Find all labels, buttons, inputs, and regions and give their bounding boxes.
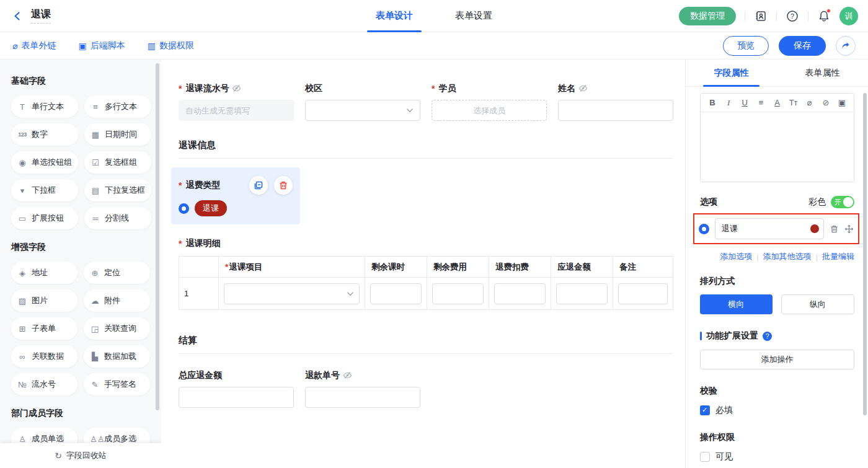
sidebar-item-extend-button[interactable]: ▭扩展按钮 — [11, 207, 78, 229]
refund-amount-input[interactable] — [556, 283, 608, 304]
font-color-icon[interactable]: A — [772, 98, 783, 107]
sidebar-item-subform[interactable]: ⊞子表单 — [11, 317, 78, 340]
sidebar-item-serial-number[interactable]: №流水号 — [11, 373, 78, 395]
withdraw-detail-table[interactable]: *退课项目 剩余课时 剩余费用 退费扣费 应退金额 备注 1 — [179, 256, 673, 310]
panel-scrollbar[interactable] — [863, 93, 867, 415]
sidebar-item-multi-select[interactable]: ▤下拉复选框 — [84, 179, 151, 201]
field-student[interactable]: *学员 — [432, 83, 547, 121]
notification-bell-icon[interactable] — [817, 9, 831, 23]
section-title-basic-fields: 基础字段 — [11, 76, 150, 87]
external-link-icon: ⌀ — [12, 41, 17, 51]
tab-form-design[interactable]: 表单设计 — [372, 0, 417, 32]
color-label: 彩色 — [808, 196, 826, 208]
external-link-button[interactable]: ⌀ 表单外链 — [12, 40, 56, 51]
refund-type-option-pill[interactable]: 退课 — [195, 200, 227, 216]
tab-form-properties[interactable]: 表单属性 — [777, 60, 868, 86]
batch-edit-link[interactable]: 批量编辑 — [822, 251, 854, 262]
link-icon[interactable]: ⌀ — [804, 98, 815, 107]
help-circle-icon[interactable]: ? — [763, 332, 772, 341]
campus-select[interactable] — [305, 100, 420, 121]
copy-field-button[interactable] — [249, 176, 268, 195]
link-separator: | — [756, 252, 758, 262]
option-radio[interactable] — [699, 224, 709, 234]
sidebar-item-number[interactable]: 123数字 — [11, 123, 78, 146]
drag-option-icon[interactable] — [844, 224, 854, 234]
hidden-eye-icon — [232, 84, 241, 93]
add-action-button[interactable]: 添加操作 — [700, 350, 854, 369]
tab-field-properties[interactable]: 字段属性 — [686, 60, 777, 86]
sidebar-item-address[interactable]: ◈地址 — [11, 262, 78, 284]
color-toggle-switch[interactable]: 开 — [831, 196, 854, 208]
sidebar-item-attachment[interactable]: ☁附件 — [84, 289, 150, 312]
option-text-input[interactable] — [715, 218, 824, 239]
font-size-icon[interactable]: Tт — [788, 98, 799, 107]
name-input[interactable] — [558, 100, 673, 121]
label-rich-text-editor[interactable]: B I U ≡ A Tт ⌀ ⊘ ▣ — [700, 93, 854, 182]
deduction-input[interactable] — [494, 283, 546, 304]
sidebar-item-linked-data[interactable]: ∞关联数据 — [11, 345, 78, 368]
editor-content[interactable] — [701, 112, 854, 182]
remaining-hours-input[interactable] — [370, 283, 422, 304]
sidebar-item-location[interactable]: ⊕定位 — [84, 262, 150, 284]
data-permission-button[interactable]: ▥ 数据权限 — [148, 40, 194, 51]
vertical-button[interactable]: 纵向 — [781, 294, 855, 314]
share-button[interactable] — [836, 36, 856, 56]
sidebar-item-linked-query[interactable]: ◲关联查询 — [84, 317, 150, 340]
visible-checkbox[interactable] — [700, 452, 710, 462]
sidebar-item-radio-group[interactable]: ◉单选按钮组 — [11, 151, 78, 174]
required-checkbox[interactable] — [700, 405, 710, 415]
total-refund-input[interactable] — [179, 387, 294, 408]
save-button[interactable]: 保存 — [779, 36, 826, 56]
field-campus[interactable]: 校区 — [305, 83, 420, 121]
sidebar-item-label: 附件 — [104, 295, 120, 306]
refund-type-radio[interactable] — [179, 203, 189, 214]
data-manage-button[interactable]: 数据管理 — [679, 7, 736, 25]
refund-order-no-input[interactable] — [305, 387, 420, 408]
sidebar-item-single-line-text[interactable]: T单行文本 — [11, 95, 78, 118]
remaining-fee-input[interactable] — [432, 283, 484, 304]
field-serial-number[interactable]: *退课流水号 — [179, 83, 294, 121]
option-color-dot[interactable] — [810, 224, 819, 233]
sidebar-item-select[interactable]: ▾下拉框 — [11, 179, 78, 201]
serial-number-input[interactable] — [179, 100, 294, 121]
sidebar-item-checkbox-group[interactable]: ☑复选框组 — [84, 151, 151, 174]
unlink-icon[interactable]: ⊘ — [820, 98, 831, 107]
underline-icon[interactable]: U — [739, 98, 750, 107]
insert-image-icon[interactable]: ▣ — [836, 98, 848, 107]
field-recycle-bin-button[interactable]: ↻ 字段回收站 — [0, 443, 161, 468]
contact-book-icon[interactable] — [754, 9, 768, 23]
required-mark: * — [432, 84, 435, 94]
course-item-select[interactable] — [224, 283, 360, 304]
sidebar-item-image[interactable]: ▨图片 — [11, 289, 78, 312]
delete-option-icon[interactable] — [830, 224, 839, 234]
page-title[interactable]: 退课 — [31, 8, 51, 24]
field-name[interactable]: 姓名 — [558, 83, 673, 121]
add-other-option-link[interactable]: 添加其他选项 — [763, 251, 812, 262]
sidebar-item-data-load[interactable]: ▙数据加载 — [84, 345, 150, 368]
field-total-refund[interactable]: 总应退金额 — [179, 370, 294, 408]
align-icon[interactable]: ≡ — [755, 98, 766, 107]
sidebar-item-multi-line-text[interactable]: ≡多行文本 — [84, 95, 151, 118]
italic-icon[interactable]: I — [723, 98, 734, 108]
field-refund-order-no[interactable]: 退款单号 — [305, 370, 420, 408]
help-icon[interactable]: ? — [786, 9, 799, 23]
form-canvas[interactable]: *退课流水号 校区 *学员 姓名 — [161, 60, 685, 468]
delete-field-button[interactable] — [274, 176, 293, 195]
avatar[interactable]: 训 — [839, 7, 858, 25]
selected-field-refund-type[interactable]: *退费类型 退课 — [171, 167, 300, 224]
bold-icon[interactable]: B — [707, 98, 718, 107]
sidebar-item-divider-line[interactable]: ═分割线 — [84, 207, 151, 229]
preview-button[interactable]: 预览 — [723, 36, 769, 56]
student-member-picker[interactable] — [432, 100, 547, 121]
validation-label: 校验 — [700, 386, 854, 397]
sidebar-item-datetime[interactable]: ▦日期时间 — [84, 123, 151, 146]
tab-form-settings[interactable]: 表单设置 — [451, 0, 496, 32]
backend-script-button[interactable]: ▣ 后端脚本 — [78, 40, 125, 51]
sidebar-scrollbar[interactable] — [156, 63, 159, 410]
horizontal-button[interactable]: 横向 — [700, 294, 773, 314]
sidebar-item-signature[interactable]: ✎手写签名 — [84, 373, 150, 395]
back-icon[interactable] — [10, 9, 25, 24]
column-header-index — [179, 257, 219, 278]
remark-input[interactable] — [618, 283, 668, 304]
add-option-link[interactable]: 添加选项 — [720, 251, 752, 262]
